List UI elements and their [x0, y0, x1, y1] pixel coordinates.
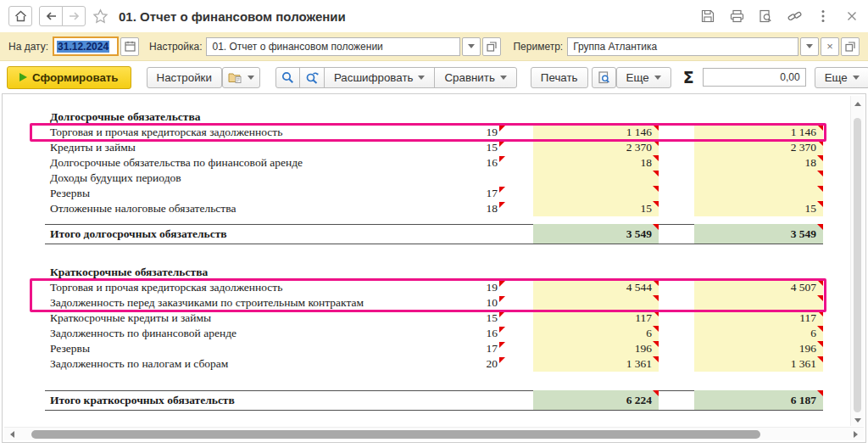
note-marker-icon — [817, 125, 823, 131]
total-row[interactable]: Итого долгосрочных обязательств3 5493 54… — [33, 224, 823, 244]
note-marker-icon — [499, 357, 505, 363]
value-cell-period2[interactable] — [694, 171, 823, 186]
value-cell-period2[interactable]: 2 370 — [694, 140, 823, 155]
home-button[interactable] — [8, 6, 32, 26]
total-value-period2[interactable]: 6 187 — [694, 390, 823, 411]
history-nav — [39, 6, 86, 26]
generate-button[interactable]: Сформировать — [7, 66, 131, 89]
perimeter-clear-button[interactable]: × — [821, 37, 839, 56]
horizontal-scroll-thumb[interactable] — [31, 430, 760, 439]
setting-dropdown-button[interactable] — [462, 37, 481, 56]
value-cell-period2[interactable]: 18 — [694, 155, 823, 171]
search-next-button[interactable] — [299, 67, 325, 88]
print-button[interactable]: Печать — [531, 67, 588, 88]
table-row[interactable]: Доходы будущих периодов — [33, 171, 823, 186]
perimeter-combo[interactable]: Группа Атлантика — [567, 37, 798, 56]
table-row[interactable]: Задолженность по финансовой аренде1666 — [33, 326, 823, 341]
value-cell-period1[interactable] — [533, 295, 659, 311]
preview-icon[interactable] — [758, 8, 773, 24]
search-button[interactable] — [275, 67, 300, 88]
perimeter-open-button[interactable] — [841, 37, 860, 56]
chevron-down-icon — [468, 44, 475, 48]
scroll-right-icon[interactable] — [854, 431, 858, 438]
value-cell-period2[interactable]: 15 — [694, 201, 823, 216]
value-cell-period2[interactable]: 117 — [694, 311, 823, 326]
table-row[interactable]: Резервы17196196 — [33, 341, 823, 356]
save-settings-button[interactable] — [222, 67, 260, 88]
total-label: Итого долгосрочных обязательств — [33, 227, 474, 241]
note-marker-icon — [817, 356, 823, 362]
more-button[interactable]: Еще — [616, 67, 671, 88]
settings-button[interactable]: Настройки — [147, 67, 222, 88]
forward-button[interactable] — [62, 6, 86, 26]
print-icon[interactable] — [729, 8, 744, 24]
scroll-down-icon[interactable] — [854, 418, 861, 423]
value-cell-period2[interactable]: 196 — [694, 341, 823, 356]
setting-open-button[interactable] — [482, 37, 501, 56]
table-row[interactable]: Резервы17 — [33, 186, 823, 201]
setting-combo[interactable]: 01. Отчет о финансовом положении — [206, 37, 460, 56]
note-marker-icon — [499, 281, 505, 287]
total-value-period1[interactable]: 3 549 — [533, 224, 659, 244]
table-row[interactable]: Отложенные налоговые обязательства181515 — [33, 201, 823, 216]
print-preview-button[interactable] — [592, 67, 616, 88]
value-cell-period2[interactable]: 4 507 — [694, 280, 823, 295]
table-row[interactable]: Кредиты и займы152 3702 370 — [33, 140, 823, 155]
setting-value: 01. Отчет о финансовом положении — [212, 41, 382, 53]
link-icon[interactable] — [787, 8, 802, 24]
value-cell-period2[interactable] — [694, 295, 823, 311]
value-cell-period1[interactable]: 6 — [533, 326, 659, 341]
note-marker-icon — [817, 155, 823, 161]
total-value-period2[interactable]: 3 549 — [694, 224, 823, 244]
perimeter-dropdown-button[interactable] — [800, 37, 819, 56]
value-cell-period1[interactable]: 117 — [533, 311, 659, 326]
more-button-2[interactable]: Еще — [815, 67, 868, 88]
vertical-scrollbar[interactable] — [850, 96, 864, 426]
compare-button[interactable]: Сравнить — [434, 67, 516, 88]
cell-value: 3 549 — [626, 227, 652, 241]
row-code: 18 — [474, 202, 498, 216]
close-icon[interactable] — [844, 8, 860, 24]
row-label: Краткосрочные кредиты и займы — [33, 311, 474, 325]
value-cell-period1[interactable]: 1 146 — [533, 125, 659, 140]
calendar-button[interactable] — [120, 37, 139, 56]
table-row[interactable]: Торговая и прочая кредиторская задолженн… — [33, 125, 823, 140]
total-row[interactable]: Итого краткосрочных обязательств6 2246 1… — [33, 390, 823, 411]
vertical-scroll-thumb[interactable] — [854, 118, 861, 412]
forward-arrow-icon — [68, 11, 81, 21]
save-icon[interactable] — [700, 8, 715, 24]
sum-input[interactable] — [703, 68, 806, 87]
row-label: Кредиты и займы — [33, 141, 474, 154]
value-cell-period1[interactable]: 196 — [533, 341, 659, 356]
total-value-period1[interactable]: 6 224 — [533, 390, 659, 411]
value-cell-period2[interactable]: 6 — [694, 326, 823, 341]
table-row[interactable]: Долгосрочные обязательства по финансовой… — [33, 155, 823, 171]
note-marker-icon — [653, 295, 659, 301]
value-cell-period1[interactable]: 1 361 — [533, 356, 659, 372]
value-cell-period1[interactable]: 4 544 — [533, 280, 659, 295]
date-input[interactable]: 31.12.2024 — [53, 36, 119, 56]
scroll-left-icon[interactable] — [10, 431, 14, 438]
table-row[interactable]: Задолженность перед заказчиками по строи… — [33, 295, 823, 311]
print-preview-icon — [598, 71, 610, 84]
decipher-button[interactable]: Расшифровать — [324, 67, 436, 88]
value-cell-period1[interactable]: 18 — [533, 155, 659, 171]
value-cell-period2[interactable]: 1 361 — [694, 356, 823, 372]
table-row[interactable]: Задолженность по налогам и сборам201 361… — [33, 356, 823, 372]
scroll-up-icon[interactable] — [854, 102, 861, 106]
value-cell-period1[interactable] — [533, 186, 659, 201]
folder-settings-icon — [228, 71, 242, 83]
more-label: Еще — [626, 71, 649, 84]
value-cell-period1[interactable]: 15 — [533, 201, 659, 216]
back-button[interactable] — [39, 6, 63, 26]
value-cell-period1[interactable] — [533, 171, 659, 186]
horizontal-scrollbar[interactable] — [4, 427, 864, 440]
more-menu-icon[interactable] — [815, 8, 831, 24]
table-row[interactable]: Краткосрочные кредиты и займы15117117 — [33, 311, 823, 326]
value-cell-period1[interactable]: 2 370 — [533, 140, 659, 155]
value-cell-period2[interactable]: 1 146 — [694, 125, 823, 140]
settings-label: Настройки — [157, 71, 212, 84]
favorite-star-icon[interactable] — [92, 8, 108, 24]
value-cell-period2[interactable] — [694, 186, 823, 201]
table-row[interactable]: Торговая и прочая кредиторская задолженн… — [33, 280, 823, 295]
